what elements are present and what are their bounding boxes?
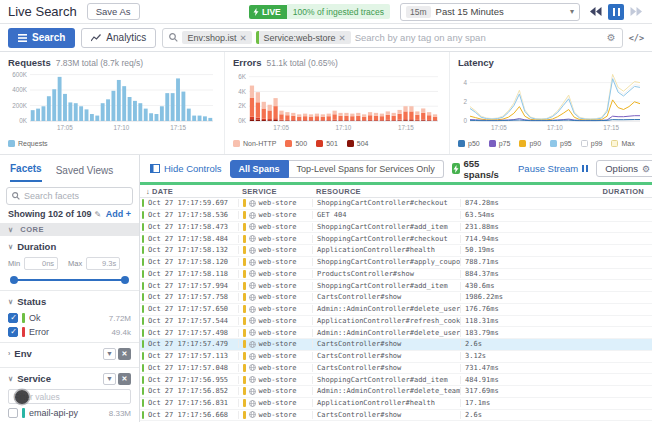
column-service[interactable]: SERVICE: [238, 187, 312, 196]
legend-item[interactable]: p50: [458, 140, 480, 147]
hide-controls-button[interactable]: Hide Controls: [150, 163, 222, 174]
errors-chart[interactable]: 0K2K4K6K17:0517:1017:15: [233, 70, 440, 132]
facet-status-header[interactable]: ∨ Status: [8, 294, 131, 309]
trace-row[interactable]: Oct 27 17:17:57.479web-storeCartsControl…: [140, 339, 652, 351]
options-button[interactable]: Options ⚙: [596, 160, 652, 177]
save-as-button[interactable]: Save As: [87, 3, 140, 20]
service-name: web-store: [259, 387, 297, 395]
column-resource[interactable]: RESOURCE: [312, 187, 460, 196]
search-icon: [169, 33, 178, 42]
trace-row[interactable]: Oct 27 17:17:58.132web-storeApplicationC…: [140, 245, 652, 257]
duration-min-input[interactable]: 0ns: [24, 257, 58, 270]
clear-filter-icon[interactable]: ✕: [118, 373, 131, 385]
column-date[interactable]: ↓DATE: [140, 187, 238, 196]
facet-sidebar: Facets Saved Views Search facets Showing…: [0, 155, 140, 422]
all-spans-option[interactable]: All Spans: [230, 160, 289, 178]
trace-service: web-store: [238, 317, 312, 325]
top-level-spans-option[interactable]: Top-Level Spans for Services Only: [289, 160, 444, 178]
code-view-icon[interactable]: </>: [629, 33, 644, 43]
legend-item[interactable]: p75: [489, 140, 511, 147]
trace-row[interactable]: Oct 27 17:17:57.113web-storeCartsControl…: [140, 351, 652, 363]
legend-item[interactable]: p99: [581, 140, 603, 147]
trace-row[interactable]: Oct 27 17:17:57.544web-storeApplicationC…: [140, 316, 652, 328]
filter-chip[interactable]: Env:shop.ist✕: [182, 31, 251, 44]
trace-row[interactable]: Oct 27 17:17:56.668web-storeCartsControl…: [140, 410, 652, 422]
trace-row[interactable]: Oct 27 17:17:57.758web-storeCartsControl…: [140, 292, 652, 304]
trace-duration: 118.31ms: [460, 317, 652, 325]
tab-facets[interactable]: Facets: [10, 163, 42, 182]
span-search-input[interactable]: Env:shop.ist✕Service:web-store✕ Search b…: [162, 28, 622, 48]
filter-chip[interactable]: Service:web-store✕: [256, 31, 351, 44]
trace-row[interactable]: Oct 27 17:17:57.498web-storeAdmin::Admin…: [140, 327, 652, 339]
legend-item[interactable]: Non-HTTP: [233, 140, 276, 147]
trace-row[interactable]: Oct 27 17:17:57.048web-storeCartsControl…: [140, 363, 652, 375]
skip-back-button[interactable]: [588, 4, 604, 20]
duration-slider[interactable]: [10, 273, 129, 287]
facet-checkbox[interactable]: [8, 327, 18, 337]
legend-label: 504: [357, 140, 369, 147]
duration-max-input[interactable]: 9.3s: [86, 257, 120, 270]
trace-row[interactable]: Oct 27 17:17:58.118web-storeProductsCont…: [140, 269, 652, 281]
trace-date: Oct 27 17:17:57.113: [146, 352, 238, 360]
time-range-select[interactable]: 15m Past 15 Minutes ▾: [400, 3, 580, 21]
globe-icon: [249, 306, 256, 313]
pause-stream-button[interactable]: Pause Stream: [518, 163, 588, 174]
legend-item[interactable]: p95: [550, 140, 572, 147]
legend-item[interactable]: 501: [316, 140, 338, 147]
trace-row[interactable]: Oct 27 17:17:57.650web-storeAdmin::Admin…: [140, 304, 652, 316]
facet-value-row[interactable]: email-api-py8.33M: [0, 406, 139, 420]
edit-icon[interactable]: ✎: [95, 210, 102, 219]
pause-button[interactable]: [608, 4, 624, 20]
slider-knob-max[interactable]: [121, 276, 129, 284]
trace-row[interactable]: Oct 27 17:17:58.473web-storeShoppingCart…: [140, 222, 652, 234]
trace-row[interactable]: Oct 27 17:17:58.484web-storeShoppingCart…: [140, 233, 652, 245]
facet-value-count: 49.4k: [111, 328, 131, 337]
facet-value-row[interactable]: Error49.4k: [0, 325, 139, 339]
legend-item[interactable]: 504: [347, 140, 369, 147]
trace-row[interactable]: Oct 27 17:17:56.955web-storeShoppingCart…: [140, 374, 652, 386]
facet-duration-header[interactable]: ∨ Duration: [8, 239, 131, 254]
clear-filter-icon[interactable]: ✕: [118, 348, 131, 360]
trace-resource: ShoppingCartController#add_item: [312, 376, 460, 384]
legend-item[interactable]: Requests: [8, 140, 48, 147]
trace-row[interactable]: Oct 27 17:17:58.536web-storeGET 40463.54…: [140, 210, 652, 222]
column-duration[interactable]: DURATION: [460, 187, 652, 196]
legend-swatch: [233, 140, 240, 147]
svg-text:17:10: 17:10: [336, 124, 352, 131]
facet-group-core[interactable]: ∨ CORE: [0, 223, 139, 236]
trace-date: Oct 27 17:17:58.118: [146, 270, 238, 278]
facet-tabs: Facets Saved Views: [0, 155, 139, 182]
trace-service: web-store: [238, 352, 312, 360]
facet-checkbox[interactable]: [8, 313, 18, 323]
service-name: web-store: [259, 293, 297, 301]
service-color-bar: [243, 223, 246, 231]
tab-saved-views[interactable]: Saved Views: [56, 165, 114, 182]
legend-item[interactable]: 500: [285, 140, 307, 147]
facet-service-header[interactable]: ∨ Service ▼ ✕: [8, 371, 131, 386]
add-facet-link[interactable]: Add +: [106, 209, 131, 219]
trace-row[interactable]: Oct 27 17:17:59.697web-storeShoppingCart…: [140, 198, 652, 210]
remove-chip-icon[interactable]: ✕: [339, 33, 346, 43]
facet-search-input[interactable]: Search facets: [6, 187, 133, 205]
legend-item[interactable]: p90: [519, 140, 541, 147]
filter-icon[interactable]: ▼: [103, 348, 116, 360]
search-button[interactable]: Search: [8, 28, 75, 48]
service-filter-input[interactable]: Filter values: [8, 389, 131, 404]
requests-chart[interactable]: 0K200K400K600K17:0517:1017:15: [8, 70, 215, 132]
legend-item[interactable]: Max: [611, 140, 634, 147]
trace-row[interactable]: Oct 27 17:17:56.831web-storeApplicationC…: [140, 398, 652, 410]
trace-row[interactable]: Oct 27 17:17:56.852web-storeAdmin::Admin…: [140, 386, 652, 398]
analytics-button[interactable]: Analytics: [81, 28, 156, 48]
trace-date: Oct 27 17:17:56.852: [146, 387, 238, 395]
remove-chip-icon[interactable]: ✕: [239, 33, 246, 43]
facet-env-header[interactable]: › Env ▼ ✕: [8, 346, 131, 361]
facet-value-row[interactable]: Ok7.72M: [0, 311, 139, 325]
trace-row[interactable]: Oct 27 17:17:58.120web-storeShoppingCart…: [140, 257, 652, 269]
latency-chart[interactable]: 02417:0517:1017:15: [458, 70, 642, 132]
trace-row[interactable]: Oct 27 17:17:57.994web-storeShoppingCart…: [140, 280, 652, 292]
facet-checkbox[interactable]: [8, 408, 18, 418]
gear-icon[interactable]: ⚙: [607, 32, 616, 43]
filter-icon[interactable]: ▼: [103, 373, 116, 385]
slider-knob-min[interactable]: [10, 276, 18, 284]
skip-forward-button[interactable]: [628, 4, 644, 20]
